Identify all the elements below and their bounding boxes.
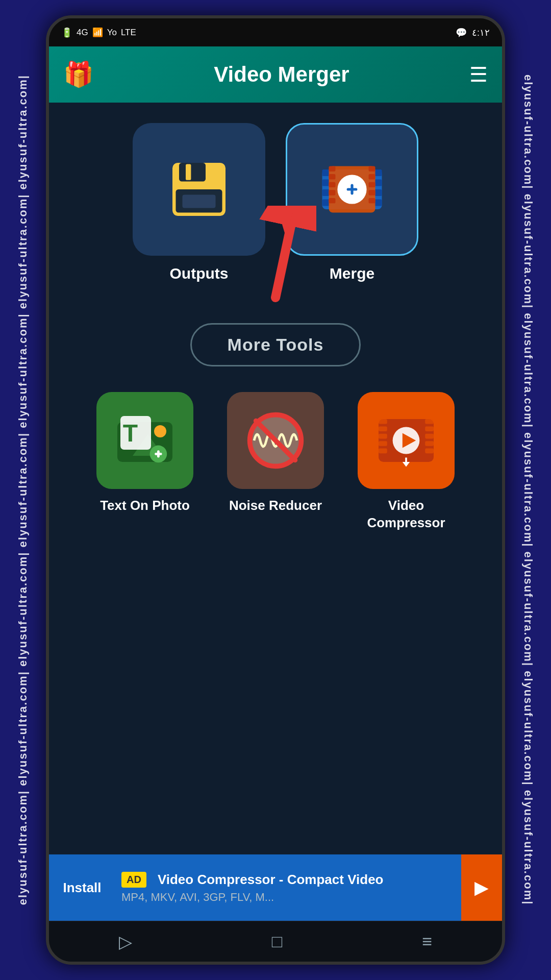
message-icon: 💬 [456,27,467,38]
clock: ٤:١٢ [472,27,490,38]
nav-menu-icon[interactable]: ≡ [422,932,432,951]
watermark-right: elyusuf-ultra.com| elyusuf-ultra.com| el… [505,0,551,980]
video-compressor-icon [375,410,437,471]
ad-play-button[interactable]: ▶ [461,854,502,921]
nav-stop-icon[interactable]: □ [272,932,283,951]
svg-rect-24 [369,198,375,203]
text-on-photo-card[interactable]: T Text On Photo [89,392,201,532]
ad-badge: AD [121,872,146,888]
small-tools-grid: T Text On Photo [64,392,487,532]
text-on-photo-icon-box: T [96,392,193,489]
main-content: Outputs [49,103,502,861]
svg-rect-44 [379,426,387,431]
svg-rect-19 [329,198,336,203]
noise-reducer-label: Noise Reducer [229,497,322,514]
outputs-label: Outputs [170,265,229,282]
yo-label: Yo [107,28,117,38]
noise-reducer-card[interactable]: Noise Reducer [219,392,332,532]
svg-marker-56 [403,462,410,467]
video-compressor-label: Video Compressor [350,497,462,532]
text-on-photo-label: Text On Photo [100,497,190,514]
text-on-photo-icon: T [114,410,176,471]
merge-icon-box [286,123,418,256]
svg-rect-52 [425,449,434,454]
more-tools-button[interactable]: More Tools [190,323,361,366]
signal-bars: 📶 [92,27,103,38]
svg-rect-45 [379,434,387,439]
svg-rect-43 [379,419,387,424]
ad-title: Video Compressor - Compact Video [158,872,384,888]
svg-rect-27 [350,184,353,195]
svg-rect-4 [183,194,216,208]
noise-reducer-icon-box [227,392,324,489]
outputs-tool-card[interactable]: Outputs [133,123,265,282]
app-header: 🎁 Video Merger ☰ [49,46,502,103]
ad-banner[interactable]: Install AD Video Compressor - Compact Vi… [49,854,502,921]
noise-reducer-icon [245,410,306,471]
main-tools-grid: Outputs [64,123,487,282]
svg-rect-21 [369,174,375,179]
watermark-left: elyusuf-ultra.com| elyusuf-ultra.com| el… [0,0,46,980]
svg-rect-15 [329,166,336,172]
outputs-icon-box [133,123,265,256]
battery-icon: 🔋 [61,27,72,38]
svg-rect-20 [369,166,375,172]
svg-text:T: T [123,420,138,447]
nav-play-icon[interactable]: ▷ [119,932,132,952]
video-compressor-card[interactable]: Video Compressor [350,392,462,532]
hamburger-menu-icon[interactable]: ☰ [469,63,488,86]
ad-install-button[interactable]: Install [49,875,115,901]
merge-tool-card[interactable]: Merge [286,123,418,282]
svg-rect-46 [379,441,387,446]
phone-frame: 🔋 4G 📶 Yo LTE 💬 ٤:١٢ 🎁 Video Merger ☰ [46,15,505,965]
status-bar: 🔋 4G 📶 Yo LTE 💬 ٤:١٢ [49,18,502,46]
svg-rect-50 [425,434,434,439]
network-indicator: 4G [77,28,88,38]
lte-label: LTE [121,28,136,38]
svg-rect-22 [369,182,375,187]
svg-rect-1 [179,163,206,181]
svg-rect-47 [379,449,387,454]
gift-icon: 🎁 [63,60,94,89]
svg-rect-51 [425,441,434,446]
svg-rect-49 [425,426,434,431]
svg-rect-18 [329,190,336,195]
svg-rect-48 [425,419,434,424]
merge-video-icon [319,156,385,223]
ad-subtitle: MP4, MKV, AVI, 3GP, FLV, M... [121,891,455,904]
status-right: 💬 ٤:١٢ [456,27,490,38]
watermark-right-text: elyusuf-ultra.com| elyusuf-ultra.com| el… [521,75,535,905]
svg-rect-2 [186,164,191,180]
svg-rect-38 [157,450,160,457]
status-left: 🔋 4G 📶 Yo LTE [61,27,136,38]
watermark-left-text: elyusuf-ultra.com| elyusuf-ultra.com| el… [16,75,30,905]
svg-rect-17 [329,182,336,187]
video-compressor-icon-box [358,392,455,489]
bottom-navigation: ▷ □ ≡ [49,921,502,962]
svg-rect-23 [369,190,375,195]
svg-point-33 [154,425,166,437]
floppy-disk-icon [166,156,232,223]
app-title: Video Merger [94,62,469,87]
svg-rect-16 [329,174,336,179]
more-tools-container: More Tools [64,323,487,366]
merge-label: Merge [330,265,374,282]
